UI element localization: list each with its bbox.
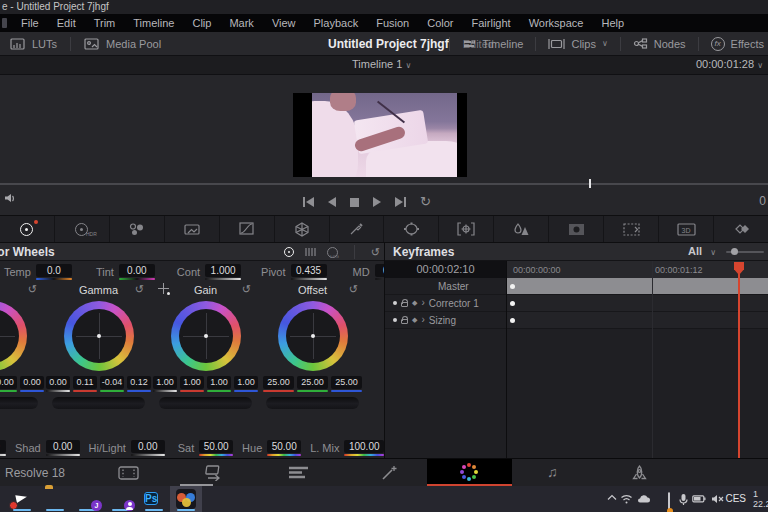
gain-r-field[interactable]: 1.00 [180,376,204,392]
play-button[interactable] [373,197,381,207]
hdr-wheels-tool[interactable]: HDR [55,216,110,242]
tracker-tool[interactable] [439,216,494,242]
menu-item-fusion[interactable]: Fusion [367,17,418,29]
offset-master-wheel[interactable] [266,397,359,409]
page-color[interactable] [460,463,478,481]
play-reverse-button[interactable] [328,197,336,207]
clipped-field[interactable]: 0.00 [0,440,6,456]
keyframe-dot[interactable] [510,318,515,323]
pivot-field[interactable]: 0.435 [291,264,327,280]
lmix-field[interactable]: 100.00 [344,440,384,456]
offset-b-field[interactable]: 25.00 [331,376,362,392]
keyframe-dot[interactable] [510,284,515,289]
offset-wheel[interactable] [278,301,348,371]
menu-item-file[interactable]: File [12,17,48,29]
keyframes-filter[interactable]: All [688,245,702,257]
gamma-r-field[interactable]: 0.11 [73,376,97,392]
gain-master-wheel[interactable] [159,397,252,409]
scrubber-playhead[interactable] [589,179,591,188]
lift-wheel[interactable] [0,301,27,371]
page-edit[interactable] [288,465,309,480]
taskbar-chrome-person[interactable] [111,488,131,508]
page-fusion[interactable] [380,465,399,482]
blur-tool[interactable] [494,216,549,242]
page-deliver[interactable] [631,465,648,483]
gain-reset-icon[interactable]: ↺ [242,284,251,295]
cont-field[interactable]: 1.000 [205,264,241,280]
key-tool[interactable] [549,216,604,242]
page-fairlight[interactable]: ♫ [547,464,558,480]
keyframe-dot[interactable] [510,301,515,306]
timeline-view-button[interactable]: Timeline [482,38,523,50]
taskbar-telegram[interactable] [12,488,32,508]
gain-g-field[interactable]: 1.00 [207,376,231,392]
3d-tool[interactable]: 3D [659,216,714,242]
offset-r-field[interactable]: 25.00 [263,376,294,392]
rgb-mixer-tool[interactable] [110,216,165,242]
gamma-g-field[interactable]: -0.04 [100,376,124,392]
expand-chevron-icon[interactable]: › [421,298,424,308]
power-windows-tool[interactable] [384,216,439,242]
gamma-y-field[interactable]: 0.00 [46,376,70,392]
playhead-line[interactable] [738,262,740,458]
gain-wheel[interactable] [171,301,241,371]
enable-dot-icon[interactable] [393,301,397,305]
lock-icon[interactable] [401,319,408,324]
battery-icon[interactable] [692,495,706,503]
luts-button[interactable]: LUTs [32,38,57,50]
sat-field[interactable]: 50.00 [199,440,233,456]
page-media[interactable] [118,465,139,481]
menu-item-playback[interactable]: Playback [305,17,368,29]
menu-item-color[interactable]: Color [418,17,462,29]
log-wheels-mode-icon[interactable] [327,247,338,258]
track-row-master[interactable]: Master [385,278,768,295]
motion-effects-tool[interactable] [165,216,220,242]
lift-master-wheel[interactable] [0,397,38,409]
gain-b-field[interactable]: 1.00 [234,376,258,392]
menu-item-trim[interactable]: Trim [85,17,125,29]
menu-item-clip[interactable]: Clip [183,17,220,29]
stereo-tool[interactable] [714,216,768,242]
reset-all-icon[interactable]: ↺ [371,247,380,258]
hidden-icons-chevron[interactable] [606,493,618,501]
menu-item-view[interactable]: View [263,17,305,29]
nodes-button[interactable]: Nodes [654,38,686,50]
primary-wheels-mode-icon[interactable] [284,247,294,257]
zoom-slider-knob[interactable] [731,248,738,255]
offset-g-field[interactable]: 25.00 [297,376,328,392]
menu-item-workspace[interactable]: Workspace [520,17,593,29]
track-row-sizing[interactable]: ◆ › Sizing [385,312,768,329]
color-warper-tool[interactable] [275,216,330,242]
effects-button[interactable]: Effects [731,38,764,50]
taskbar-clock[interactable]: 1 22.2 [753,489,768,509]
microphone-icon[interactable] [679,493,688,506]
gain-y-field[interactable]: 1.00 [153,376,177,392]
gamma-wheel[interactable] [64,301,134,371]
loop-button[interactable]: ↻ [420,196,431,208]
cast-screen-icon[interactable] [668,493,670,511]
lift-reset-icon[interactable]: ↺ [28,284,37,295]
skip-end-button[interactable] [395,197,406,207]
menu-item-edit[interactable]: Edit [48,17,85,29]
lift-b-field[interactable]: 0.00 [20,376,44,392]
sizing-track[interactable] [506,312,768,328]
crosshair-icon[interactable] [158,283,169,294]
temp-field[interactable]: 0.0 [36,264,72,280]
gamma-reset-icon[interactable]: ↺ [135,284,144,295]
chevron-down-icon[interactable]: ∨ [602,39,608,48]
hue-field[interactable]: 50.00 [267,440,301,456]
keyframe-diamond-icon[interactable]: ◆ [412,299,417,307]
sizing-tool[interactable] [604,216,659,242]
menu-item-timeline[interactable]: Timeline [124,17,183,29]
primary-bars-mode-icon[interactable] [304,246,317,258]
viewer-timecode[interactable]: 00:00:01:28 ∨ [696,58,763,70]
shad-field[interactable]: 0.00 [46,440,80,456]
master-track[interactable] [506,278,768,294]
skip-start-button[interactable] [303,197,314,207]
taskbar-file-explorer[interactable] [45,488,65,508]
lock-icon[interactable] [401,302,408,307]
clips-button[interactable]: Clips [571,38,595,50]
stop-button[interactable] [350,198,359,207]
menu-item-fairlight[interactable]: Fairlight [463,17,520,29]
speaker-icon[interactable] [4,193,17,204]
